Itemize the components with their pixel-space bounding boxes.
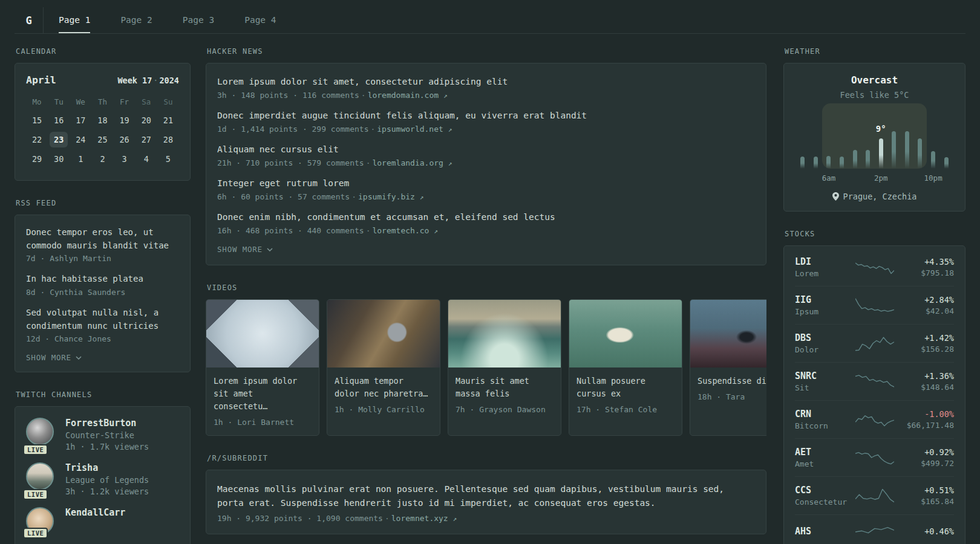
- twitch-channel-row[interactable]: LIVE Trisha League of Legends 3h · 1.2k …: [26, 462, 179, 496]
- stock-price: $795.18: [898, 268, 954, 277]
- page-tab[interactable]: Page 2: [120, 7, 152, 33]
- calendar-day-number: 17: [71, 112, 90, 128]
- rss-item-title[interactable]: In hac habitasse platea: [26, 273, 179, 286]
- calendar-day-cell: 4: [136, 151, 157, 167]
- stock-row[interactable]: LDI Lorem +4.35% $795.18: [795, 248, 954, 286]
- stock-name: Amet: [795, 459, 851, 468]
- stock-symbol: DBS: [795, 332, 851, 343]
- meta-text: 6h · 60 points · 57 comments: [217, 192, 350, 201]
- video-card[interactable]: Nullam posuere cursus ex 17h · Stefan Co…: [569, 299, 682, 436]
- hackernews-show-more-button[interactable]: SHOW MORE: [217, 245, 755, 254]
- twitch-avatar-wrap: LIVE: [26, 462, 55, 496]
- rss-list: Donec tempor eros leo, ut commodo mauris…: [26, 226, 179, 343]
- stock-row[interactable]: AET Amet +0.92% $499.72: [795, 438, 954, 476]
- subreddit-post-domain-link[interactable]: loremnet.xyz: [391, 514, 448, 523]
- video-title[interactable]: Nullam posuere cursus ex: [577, 375, 675, 400]
- hackernews-item-domain-link[interactable]: ipsumify.biz: [358, 192, 415, 201]
- stock-row[interactable]: AHS +0.46%: [795, 514, 954, 544]
- show-more-label: SHOW MORE: [26, 353, 71, 362]
- calendar-day-number: 25: [93, 132, 111, 147]
- calendar-day-number: 28: [159, 132, 177, 147]
- video-card-body: Suspendisse diam 18h · Tara: [690, 368, 766, 410]
- weather-condition: Overcast: [784, 74, 965, 86]
- twitch-channel-name[interactable]: ForrestBurton: [65, 418, 149, 429]
- video-card-body: Nullam posuere cursus ex 17h · Stefan Co…: [569, 368, 682, 423]
- video-thumbnail[interactable]: [327, 300, 440, 368]
- calendar-day-number: 18: [93, 112, 111, 128]
- stock-values: +0.92% $499.72: [898, 447, 954, 468]
- rss-item-title[interactable]: Sed volutpat nulla nisl, a condimentum n…: [26, 306, 179, 332]
- video-card[interactable]: Mauris sit amet massa felis 7h · Grayson…: [448, 299, 561, 436]
- video-thumbnail[interactable]: [690, 300, 766, 368]
- hackernews-item-title[interactable]: Donec enim nibh, condimentum et accumsan…: [217, 211, 755, 224]
- stock-symbol: IIG: [795, 294, 851, 305]
- stock-row[interactable]: DBS Dolor +1.42% $156.28: [795, 324, 954, 362]
- external-link-icon: ↗: [448, 160, 452, 167]
- weather-location: Prague, Czechia: [784, 192, 965, 201]
- calendar-day-cell: 3: [114, 151, 136, 167]
- video-title[interactable]: Lorem ipsum dolor sit amet consectetu…: [214, 375, 312, 413]
- rss-item-title[interactable]: Donec tempor eros leo, ut commodo mauris…: [26, 226, 179, 252]
- hackernews-item-domain-link[interactable]: loremdomain.com: [368, 91, 439, 100]
- weather-hour-tick: 2pm: [874, 173, 888, 183]
- twitch-channel-meta: 1h · 1.7k viewers: [65, 442, 149, 452]
- rss-item[interactable]: In hac habitasse platea 8d · Cynthia Sau…: [26, 273, 179, 297]
- show-more-label: SHOW MORE: [217, 245, 263, 254]
- rss-item[interactable]: Sed volutpat nulla nisl, a condimentum n…: [26, 306, 179, 343]
- sparkline-chart: [855, 296, 894, 314]
- weather-bar-slot: [796, 111, 809, 169]
- video-card[interactable]: Suspendisse diam 18h · Tara: [690, 299, 766, 436]
- hackernews-item-title[interactable]: Lorem ipsum dolor sit amet, consectetur …: [217, 76, 755, 88]
- video-title[interactable]: Aliquam tempor dolor nec pharetra…: [335, 375, 433, 400]
- stock-change: +0.51%: [898, 485, 954, 495]
- stock-row[interactable]: IIG Ipsum +2.84% $42.04: [795, 286, 954, 324]
- calendar-day-cell: 25: [91, 132, 113, 147]
- weather-widget: Overcast Feels like 5°C 9° 6am2pm10pm Pr…: [783, 63, 965, 212]
- hackernews-item-domain-link[interactable]: loremlandia.org: [372, 158, 443, 167]
- external-link-icon: ↗: [448, 126, 452, 134]
- video-thumbnail[interactable]: [448, 300, 561, 368]
- hackernews-item-domain-link[interactable]: ipsumworld.net: [377, 125, 443, 134]
- page-tab[interactable]: Page 1: [59, 7, 90, 33]
- stock-row[interactable]: SNRC Sit +1.36% $148.64: [795, 362, 954, 400]
- twitch-channel-row[interactable]: LIVE KendallCarr: [26, 507, 179, 535]
- video-title[interactable]: Mauris sit amet massa felis: [456, 375, 554, 400]
- stock-identity: LDI Lorem: [795, 256, 851, 278]
- calendar-day-cell: 29: [26, 151, 48, 167]
- chevron-down-icon: [267, 248, 273, 251]
- stock-change: +1.36%: [898, 371, 954, 381]
- external-link-icon: ↗: [443, 92, 448, 100]
- page-tab[interactable]: Page 3: [183, 7, 214, 33]
- app-logo[interactable]: G: [15, 7, 44, 33]
- meta-text: 3h · 148 points · 116 comments: [217, 91, 359, 100]
- hackernews-item: Donec imperdiet augue tincidunt felis al…: [217, 109, 755, 134]
- avatar: [26, 418, 54, 445]
- right-column: WEATHER Overcast Feels like 5°C 9° 6am2p…: [783, 47, 965, 544]
- hackernews-section: HACKER NEWS Lorem ipsum dolor sit amet, …: [206, 47, 766, 265]
- twitch-channel-name[interactable]: Trisha: [65, 462, 149, 473]
- hackernews-item-title[interactable]: Aliquam nec cursus elit: [217, 143, 755, 156]
- twitch-channel-row[interactable]: LIVE ForrestBurton Counter-Strike 1h · 1…: [26, 418, 179, 452]
- video-card[interactable]: Aliquam tempor dolor nec pharetra… 1h · …: [327, 299, 440, 436]
- hackernews-item-title[interactable]: Donec imperdiet augue tincidunt felis al…: [217, 109, 755, 122]
- stock-row[interactable]: CCS Consectetur +0.51% $165.84: [795, 476, 954, 514]
- video-title[interactable]: Suspendisse diam: [697, 375, 766, 387]
- video-card[interactable]: Lorem ipsum dolor sit amet consectetu… 1…: [206, 299, 319, 436]
- weather-bar-slot: [822, 111, 835, 169]
- stock-row[interactable]: CRN Bitcorn -1.00% $66,171.48: [795, 400, 954, 438]
- calendar-day-cell: 17: [70, 112, 91, 128]
- stock-name: Bitcorn: [795, 421, 851, 430]
- hackernews-list: Lorem ipsum dolor sit amet, consectetur …: [217, 76, 755, 235]
- rss-item[interactable]: Donec tempor eros leo, ut commodo mauris…: [26, 226, 179, 263]
- video-thumbnail[interactable]: [206, 300, 319, 368]
- rss-show-more-button[interactable]: SHOW MORE: [26, 353, 179, 362]
- calendar-day-cell: 2: [91, 151, 113, 167]
- page-tab[interactable]: Page 4: [244, 7, 276, 33]
- stock-price: $148.64: [898, 383, 954, 392]
- twitch-channel-name[interactable]: KendallCarr: [65, 507, 125, 518]
- hackernews-item-domain-link[interactable]: loremtech.co: [372, 226, 429, 235]
- subreddit-post-title[interactable]: Maecenas mollis pulvinar erat non posuer…: [217, 482, 755, 510]
- stock-name: Lorem: [795, 269, 851, 278]
- hackernews-item-title[interactable]: Integer eget rutrum lorem: [217, 177, 755, 190]
- video-thumbnail[interactable]: [569, 300, 682, 368]
